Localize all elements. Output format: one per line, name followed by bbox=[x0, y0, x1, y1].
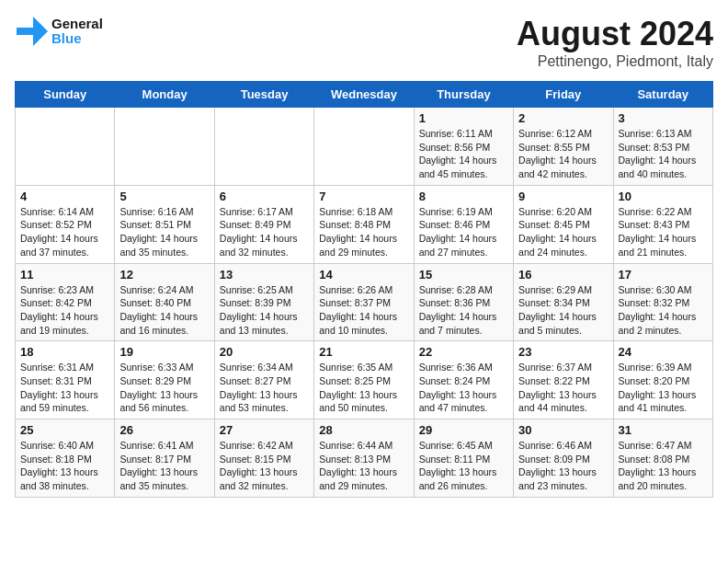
day-info: Sunrise: 6:35 AM Sunset: 8:25 PM Dayligh… bbox=[319, 361, 408, 415]
day-info: Sunrise: 6:41 AM Sunset: 8:17 PM Dayligh… bbox=[119, 439, 209, 493]
day-info: Sunrise: 6:20 AM Sunset: 8:45 PM Dayligh… bbox=[518, 205, 608, 259]
day-number: 23 bbox=[518, 345, 608, 359]
calendar-cell: 18Sunrise: 6:31 AM Sunset: 8:31 PM Dayli… bbox=[16, 341, 115, 419]
calendar-cell: 6Sunrise: 6:17 AM Sunset: 8:49 PM Daylig… bbox=[214, 185, 313, 263]
calendar-cell bbox=[16, 108, 115, 186]
calendar-cell bbox=[115, 108, 214, 186]
day-number: 28 bbox=[319, 423, 408, 437]
calendar-cell: 29Sunrise: 6:45 AM Sunset: 8:11 PM Dayli… bbox=[414, 419, 513, 498]
day-info: Sunrise: 6:26 AM Sunset: 8:37 PM Dayligh… bbox=[319, 283, 408, 338]
day-number: 10 bbox=[619, 190, 708, 203]
calendar-cell: 15Sunrise: 6:28 AM Sunset: 8:36 PM Dayli… bbox=[414, 263, 513, 341]
calendar-cell: 4Sunrise: 6:14 AM Sunset: 8:52 PM Daylig… bbox=[16, 185, 115, 263]
day-number: 6 bbox=[220, 190, 309, 203]
calendar-cell: 30Sunrise: 6:46 AM Sunset: 8:09 PM Dayli… bbox=[514, 419, 613, 498]
day-number: 26 bbox=[119, 423, 209, 437]
day-number: 15 bbox=[419, 268, 508, 282]
calendar-cell: 2Sunrise: 6:12 AM Sunset: 8:55 PM Daylig… bbox=[514, 108, 613, 186]
day-info: Sunrise: 6:23 AM Sunset: 8:42 PM Dayligh… bbox=[20, 283, 109, 338]
calendar-cell: 22Sunrise: 6:36 AM Sunset: 8:24 PM Dayli… bbox=[414, 341, 513, 419]
day-info: Sunrise: 6:30 AM Sunset: 8:32 PM Dayligh… bbox=[619, 283, 708, 338]
main-title: August 2024 bbox=[517, 15, 713, 53]
day-info: Sunrise: 6:11 AM Sunset: 8:56 PM Dayligh… bbox=[419, 127, 508, 181]
day-info: Sunrise: 6:14 AM Sunset: 8:52 PM Dayligh… bbox=[20, 205, 109, 259]
calendar-week-row-3: 11Sunrise: 6:23 AM Sunset: 8:42 PM Dayli… bbox=[16, 263, 713, 341]
day-info: Sunrise: 6:33 AM Sunset: 8:29 PM Dayligh… bbox=[119, 361, 209, 415]
calendar-table: SundayMondayTuesdayWednesdayThursdayFrid… bbox=[15, 81, 713, 498]
day-info: Sunrise: 6:42 AM Sunset: 8:15 PM Dayligh… bbox=[220, 439, 309, 493]
day-number: 20 bbox=[220, 345, 309, 359]
day-info: Sunrise: 6:36 AM Sunset: 8:24 PM Dayligh… bbox=[419, 361, 508, 415]
calendar-cell: 24Sunrise: 6:39 AM Sunset: 8:20 PM Dayli… bbox=[613, 341, 712, 419]
day-info: Sunrise: 6:12 AM Sunset: 8:55 PM Dayligh… bbox=[518, 127, 608, 181]
day-number: 12 bbox=[119, 268, 209, 282]
calendar-header-row: SundayMondayTuesdayWednesdayThursdayFrid… bbox=[16, 82, 713, 108]
calendar-cell bbox=[214, 108, 313, 186]
title-area: August 2024 Pettinengo, Piedmont, Italy bbox=[517, 15, 713, 70]
day-number: 18 bbox=[20, 345, 109, 359]
calendar-cell: 28Sunrise: 6:44 AM Sunset: 8:13 PM Dayli… bbox=[314, 419, 414, 498]
calendar-week-row-2: 4Sunrise: 6:14 AM Sunset: 8:52 PM Daylig… bbox=[16, 185, 713, 263]
day-number: 30 bbox=[518, 423, 608, 437]
day-number: 29 bbox=[419, 423, 508, 437]
day-number: 16 bbox=[518, 268, 608, 282]
calendar-cell: 8Sunrise: 6:19 AM Sunset: 8:46 PM Daylig… bbox=[414, 185, 513, 263]
day-info: Sunrise: 6:24 AM Sunset: 8:40 PM Dayligh… bbox=[119, 283, 209, 338]
logo: GeneralBlue bbox=[15, 15, 103, 48]
day-info: Sunrise: 6:34 AM Sunset: 8:27 PM Dayligh… bbox=[220, 361, 309, 415]
calendar-week-row-5: 25Sunrise: 6:40 AM Sunset: 8:18 PM Dayli… bbox=[16, 419, 713, 498]
day-number: 9 bbox=[518, 190, 608, 203]
day-number: 22 bbox=[419, 345, 508, 359]
day-number: 4 bbox=[20, 190, 109, 203]
calendar-cell: 16Sunrise: 6:29 AM Sunset: 8:34 PM Dayli… bbox=[514, 263, 613, 341]
day-number: 7 bbox=[319, 190, 408, 203]
calendar-cell: 3Sunrise: 6:13 AM Sunset: 8:53 PM Daylig… bbox=[613, 108, 712, 186]
day-number: 13 bbox=[220, 268, 309, 282]
day-info: Sunrise: 6:37 AM Sunset: 8:22 PM Dayligh… bbox=[518, 361, 608, 415]
calendar-cell: 23Sunrise: 6:37 AM Sunset: 8:22 PM Dayli… bbox=[514, 341, 613, 419]
day-number: 8 bbox=[419, 190, 508, 203]
calendar-week-row-4: 18Sunrise: 6:31 AM Sunset: 8:31 PM Dayli… bbox=[16, 341, 713, 419]
day-number: 17 bbox=[619, 268, 708, 282]
day-info: Sunrise: 6:22 AM Sunset: 8:43 PM Dayligh… bbox=[619, 205, 708, 259]
logo-icon bbox=[15, 15, 48, 48]
calendar-week-row-1: 1Sunrise: 6:11 AM Sunset: 8:56 PM Daylig… bbox=[16, 108, 713, 186]
calendar-cell: 20Sunrise: 6:34 AM Sunset: 8:27 PM Dayli… bbox=[214, 341, 313, 419]
day-number: 21 bbox=[319, 345, 408, 359]
day-info: Sunrise: 6:47 AM Sunset: 8:08 PM Dayligh… bbox=[619, 439, 708, 493]
subtitle: Pettinengo, Piedmont, Italy bbox=[517, 53, 713, 70]
calendar-cell: 25Sunrise: 6:40 AM Sunset: 8:18 PM Dayli… bbox=[16, 419, 115, 498]
day-number: 3 bbox=[619, 111, 708, 125]
calendar-cell: 13Sunrise: 6:25 AM Sunset: 8:39 PM Dayli… bbox=[214, 263, 313, 341]
calendar-cell: 11Sunrise: 6:23 AM Sunset: 8:42 PM Dayli… bbox=[16, 263, 115, 341]
day-info: Sunrise: 6:28 AM Sunset: 8:36 PM Dayligh… bbox=[419, 283, 508, 338]
col-header-sunday: Sunday bbox=[16, 82, 115, 108]
calendar-cell: 31Sunrise: 6:47 AM Sunset: 8:08 PM Dayli… bbox=[613, 419, 712, 498]
day-number: 14 bbox=[319, 268, 408, 282]
day-info: Sunrise: 6:13 AM Sunset: 8:53 PM Dayligh… bbox=[619, 127, 708, 181]
calendar-cell: 9Sunrise: 6:20 AM Sunset: 8:45 PM Daylig… bbox=[514, 185, 613, 263]
day-number: 27 bbox=[220, 423, 309, 437]
calendar-cell bbox=[314, 108, 414, 186]
day-number: 19 bbox=[119, 345, 209, 359]
calendar-cell: 21Sunrise: 6:35 AM Sunset: 8:25 PM Dayli… bbox=[314, 341, 414, 419]
calendar-cell: 17Sunrise: 6:30 AM Sunset: 8:32 PM Dayli… bbox=[613, 263, 712, 341]
day-info: Sunrise: 6:19 AM Sunset: 8:46 PM Dayligh… bbox=[419, 205, 508, 259]
day-number: 11 bbox=[20, 268, 109, 282]
svg-marker-0 bbox=[17, 17, 48, 46]
day-number: 25 bbox=[20, 423, 109, 437]
col-header-friday: Friday bbox=[514, 82, 613, 108]
calendar-cell: 5Sunrise: 6:16 AM Sunset: 8:51 PM Daylig… bbox=[115, 185, 214, 263]
day-info: Sunrise: 6:29 AM Sunset: 8:34 PM Dayligh… bbox=[518, 283, 608, 338]
calendar-cell: 7Sunrise: 6:18 AM Sunset: 8:48 PM Daylig… bbox=[314, 185, 414, 263]
day-number: 5 bbox=[119, 190, 209, 203]
day-info: Sunrise: 6:46 AM Sunset: 8:09 PM Dayligh… bbox=[518, 439, 608, 493]
day-info: Sunrise: 6:44 AM Sunset: 8:13 PM Dayligh… bbox=[319, 439, 408, 493]
day-info: Sunrise: 6:31 AM Sunset: 8:31 PM Dayligh… bbox=[20, 361, 109, 415]
col-header-saturday: Saturday bbox=[613, 82, 712, 108]
col-header-wednesday: Wednesday bbox=[314, 82, 414, 108]
calendar-cell: 10Sunrise: 6:22 AM Sunset: 8:43 PM Dayli… bbox=[613, 185, 712, 263]
day-number: 24 bbox=[619, 345, 708, 359]
calendar-cell: 1Sunrise: 6:11 AM Sunset: 8:56 PM Daylig… bbox=[414, 108, 513, 186]
day-number: 31 bbox=[619, 423, 708, 437]
